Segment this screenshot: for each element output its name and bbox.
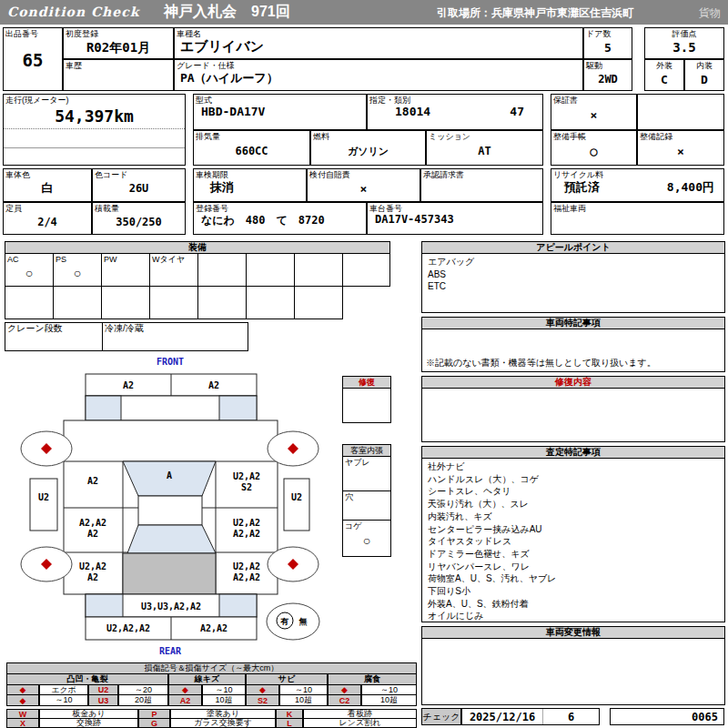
assessment-item: シートスレ、ヘタリ [428,485,719,498]
legend-cell: 10超 [279,694,328,706]
insurance-value: × [308,179,420,197]
displacement-label: 排気量 [194,131,309,141]
rear-window [127,525,216,553]
grade-value: PA（ハイルーフ） [175,70,582,86]
right-sill-code: U2 [291,492,302,502]
assessment-item: タイヤスタッドレス [428,535,719,548]
grade-label: グレード・仕様 [175,60,582,70]
rear-label: REAR [159,646,182,656]
assessment-item: センターピラー挟み込みAU [428,523,719,536]
legend-cell: ～10 [39,694,88,706]
warranty-value: × [551,105,636,125]
left-sill-code: U2 [38,492,49,502]
odometer-blank-row-2 [4,147,185,165]
doors-value: 5 [584,38,632,56]
interior-trim-header: 客室内張 [342,444,391,457]
legend-mark-x: X [6,718,39,728]
assessment-item: オイルにじみ [428,610,719,622]
capacity-value: 2/4 [4,213,91,231]
check-code-value: 0065 [611,709,723,723]
left-quarter-code-1: U2,A2 [79,561,106,571]
legend-mark-x-desc: 交換跡 [39,718,138,728]
first-registration-value: R02年01月 [64,38,173,58]
assessment-item: 下回りS小 [428,585,719,598]
equipment-row2-cell-7 [294,286,343,319]
legend-symbol-s2: S2 [246,694,279,706]
interior-trim-cell-burn: コゲ ○ [342,520,391,557]
assessment-item: 社外ナビ [428,460,719,473]
exterior-grade-cell: 外装 C [644,59,684,91]
right-quarter-code-2: A2,A2 [233,572,260,582]
exterior-grade-value: C [645,70,683,88]
repair-box-body [342,388,391,423]
right-fender-code-2: S2 [241,482,252,492]
equipment-label-wtire: Wタイヤ [150,254,197,264]
lot-number-label: 出品番号 [4,28,62,38]
equipment-row2-cell-4 [149,286,198,319]
equipment-cell-empty-3 [294,253,343,287]
fuel-value: ガソリン [311,141,425,161]
spare-tire-indicator: 有 無 [267,603,319,640]
maintenance-book-label: 整備手帳 [551,131,636,141]
vehicle-notes-body: ※記載のない書類・機器等は無しとして取り扱います。 [421,329,725,372]
drive-label: 駆動 [584,60,632,70]
chassis-number-cell: 車台番号 DA17V-457343 [367,202,543,235]
legend-symbol-a2: A2 [168,694,202,706]
model-code-value: HBD-DA17V [194,105,366,118]
insurance-label: 検付自賠責 [308,169,420,179]
recycle-fee-value: 8,400円 [667,179,714,196]
recycle-fee-cell: リサイクル料 預託済 8,400円 [551,168,724,202]
doors-cell: ドア数 5 [583,27,632,59]
equipment-cell-empty-1 [197,253,247,287]
appeal-item: ABS [428,268,719,281]
model-code-label: 型式 [194,95,366,105]
model-name-value: エブリイバン [175,38,582,56]
right-fender-code-1: U2,A2 [233,471,260,481]
right-door-code-2: A2,A2 [233,529,260,539]
left-door-code-2: A2 [87,529,98,539]
check-date-box: 2025/12/16 6 [461,708,600,725]
pickup-location: 引取場所：兵庫県神戸市東灘区住吉浜町 [437,5,633,21]
registration-number-value: なにわ 480 て 8720 [194,213,366,228]
auction-sheet: Condition Check 神戸入札会 971回 引取場所：兵庫県神戸市東灘… [0,0,728,728]
grade-cell: グレード・仕様 PA（ハイルーフ） [174,59,583,91]
score-label: 評価点 [645,28,723,38]
equipment-cell-ac: AC ○ [5,253,54,287]
load-capacity-value: 350/250 [93,213,185,231]
assessment-body: 社外ナビ ハンドルスレ（大）、コゲ シートスレ、ヘタリ 天張り汚れ（大）、スレ … [421,458,725,622]
load-capacity-cell: 積載量 350/250 [92,202,186,235]
crane-label: クレーン段数 [5,323,102,333]
capacity-label: 定員 [4,203,91,213]
interior-trim-label-burn: コゲ [343,521,390,531]
color-code-cell: 色コード 26U [92,168,186,202]
interior-trim-cell-hole: 穴 [342,490,391,521]
assessment-item: 外装A、U、S、鉄粉付着 [428,598,719,611]
header-bar: Condition Check 神戸入札会 971回 引取場所：兵庫県神戸市東灘… [0,0,728,25]
appeal-item: エアバッグ [428,256,719,268]
transmission-value: AT [427,141,542,161]
crane-cell: クレーン段数 [5,322,103,351]
assessment-item: ハンドルスレ（大）、コゲ [428,473,719,486]
equipment-header: 装備 [5,241,390,254]
rear-bumper-right-code: A2,A2 [200,623,228,633]
interior-trim-label-hole: 穴 [343,491,390,501]
cargo-area [123,553,216,594]
appeal-item: ETC [428,280,719,293]
check-code-box: 0065 [610,708,724,725]
legend-mark-l-desc: レンズ割れ [303,718,417,728]
odometer-label: 走行(現メーター) [4,95,185,105]
equipment-row2-cell-5 [197,286,247,319]
class-cell: 指定・類別 18014 47 [367,94,543,130]
reefer-label: 冷凍/冷蔵 [103,323,248,333]
history-cell: 車歴 [63,59,174,91]
color-code-value: 26U [93,179,185,197]
first-registration-cell: 初度登録 R02年01月 [63,27,174,59]
check-label: チェック [421,708,461,725]
drive-value: 2WD [584,70,632,88]
interior-trim-cell-tear: ヤブレ [342,456,391,491]
warranty-cell: 保証書 × [551,94,637,130]
warranty-label: 保証書 [551,95,636,105]
first-registration-label: 初度登録 [64,28,173,38]
displacement-value: 660CC [194,141,309,161]
approval-label: 承認請求書 [421,169,542,179]
